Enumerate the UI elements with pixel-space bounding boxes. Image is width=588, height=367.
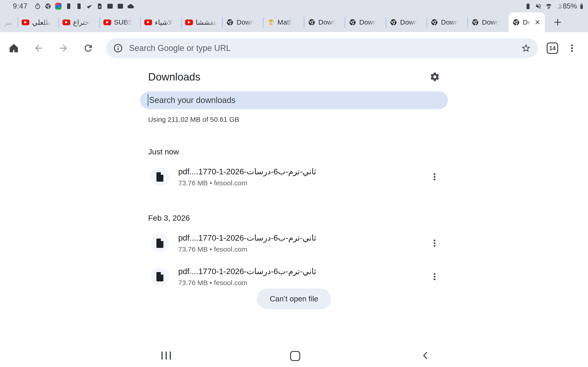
kebab-menu-icon: [430, 239, 439, 248]
browser-tab[interactable]: صر: [0, 12, 18, 32]
browser-tab[interactable]: Down: [345, 12, 386, 32]
chrome-favicon: [390, 19, 397, 26]
file-badge: [151, 234, 169, 252]
tab-label: Math: [277, 18, 293, 26]
new-tab-button[interactable]: [545, 12, 571, 32]
check-icon: [86, 3, 93, 9]
snackbar-toast: Can’t open file: [257, 289, 331, 309]
kebab-menu-icon: [567, 43, 577, 53]
youtube-favicon: [185, 19, 193, 25]
browser-tab[interactable]: اختراع: [59, 12, 100, 32]
omnibox[interactable]: Search Google or type URL: [106, 38, 538, 58]
browser-tab[interactable]: الاشياء: [141, 12, 182, 32]
browser-tab[interactable]: SUBS: [100, 12, 141, 32]
tab-close-button[interactable]: [534, 19, 541, 26]
file-x-icon: [96, 3, 103, 9]
downloads-section: Just now pdf....1770-1-2026-درسات‎-6ب‎-‎…: [140, 147, 448, 190]
browser-menu-button[interactable]: [563, 43, 581, 53]
storage-summary: Using 211.02 MB of 50.61 GB: [140, 109, 448, 123]
download-menu-button[interactable]: [428, 170, 441, 184]
bookmark-star-icon[interactable]: [521, 43, 531, 53]
section-rows: pdf....1770-1-2026-درسات‎-6ب‎-‎ترم‎-‎ثان…: [140, 164, 448, 190]
back-nav-button[interactable]: [421, 350, 431, 361]
reload-button[interactable]: [81, 41, 95, 55]
chrome-favicon: [226, 19, 233, 26]
home-icon: [9, 43, 19, 53]
forward-button[interactable]: [57, 41, 70, 55]
page-info-icon[interactable]: [113, 43, 123, 53]
home-button[interactable]: [7, 41, 21, 55]
status-right-icons: [525, 3, 562, 9]
timer-icon: [35, 3, 41, 9]
download-filename: pdf....1770-1-2026-درسات‎-6ب‎-‎ترم‎-‎ثان…: [178, 267, 316, 276]
tab-label: Down: [318, 18, 336, 26]
downloads-list: Just now pdf....1770-1-2026-درسات‎-6ب‎-‎…: [140, 147, 448, 290]
arrow-forward-icon: [58, 43, 69, 53]
system-nav-bar: [0, 344, 588, 367]
chrome-favicon: [308, 19, 315, 26]
plus-icon: [553, 17, 562, 27]
chrome-favicon: [512, 19, 520, 26]
browser-tab[interactable]: طلعلي: [18, 12, 59, 32]
tab-strip: صر طلعلي اختراع SUBS الاشياء هفششا: [0, 12, 588, 32]
file-badge: [151, 168, 169, 186]
home-nav-button[interactable]: [290, 351, 300, 361]
recents-button[interactable]: [162, 351, 171, 360]
download-filename: pdf....1770-1-2026-درسات‎-6ب‎-‎ترم‎-‎ثان…: [178, 233, 316, 242]
back-chevron-icon: [421, 350, 431, 361]
tab-switcher-button[interactable]: 14: [542, 42, 563, 54]
tab-favicon: [349, 18, 356, 26]
url-placeholder[interactable]: Search Google or type URL: [129, 43, 521, 53]
window-icon: [117, 3, 124, 9]
section-date: Just now: [140, 147, 448, 156]
downloads-header: Downloads: [140, 64, 448, 91]
tab-favicon: [22, 18, 29, 26]
browser-tab[interactable]: Down: [468, 12, 509, 32]
chrome-icon: [45, 3, 51, 9]
close-icon: [534, 19, 541, 26]
tab-label: هفششا: [196, 18, 217, 26]
download-menu-button[interactable]: [428, 270, 441, 284]
browser-tab[interactable]: Down: [222, 12, 263, 32]
tab-favicon: [185, 18, 193, 26]
browser-tab[interactable]: Down: [427, 12, 468, 32]
status-bar: 9:47 85%: [0, 0, 588, 12]
browser-tab[interactable]: Down: [386, 12, 427, 32]
tab-label: SUBS: [114, 18, 133, 26]
tab-label: Down: [237, 18, 254, 26]
clock: 9:47: [13, 2, 27, 10]
window-icon: [107, 3, 113, 9]
youtube-icon: [22, 19, 29, 25]
download-item-row[interactable]: pdf....1770-1-2026-درسات‎-6ب‎-‎ترم‎-‎ثان…: [140, 264, 448, 290]
downloads-section: Feb 3, 2026 pdf....1770-1-2026-درسات‎-6ب…: [140, 214, 448, 290]
tab-count: 14: [547, 42, 558, 54]
browser-tab[interactable]: Do: [509, 12, 545, 32]
downloads-search-input[interactable]: Search your downloads: [140, 91, 448, 109]
gear-icon: [430, 72, 440, 82]
tab-favicon: [144, 18, 152, 26]
tab-list: صر طلعلي اختراع SUBS الاشياء هفششا: [0, 12, 588, 32]
browser-tab[interactable]: Math: [263, 12, 304, 32]
tab-favicon: [471, 18, 479, 26]
youtube-icon: [103, 19, 111, 25]
kebab-menu-icon: [430, 172, 439, 181]
download-menu-button[interactable]: [428, 236, 441, 250]
document-file-icon: [155, 271, 165, 282]
tab-label: Down: [441, 18, 459, 26]
youtube-icon: [144, 19, 152, 25]
chrome-favicon: [349, 19, 356, 26]
section-date: Feb 3, 2026: [140, 214, 448, 223]
tab-label: Down: [482, 18, 500, 26]
download-item-row[interactable]: pdf....1770-1-2026-درسات‎-6ب‎-‎ترم‎-‎ثان…: [140, 230, 448, 256]
document-file-icon: [155, 172, 165, 182]
kebab-menu-icon: [430, 272, 439, 281]
browser-tab[interactable]: هفششا: [182, 12, 222, 32]
downloads-settings-button[interactable]: [430, 72, 440, 82]
tab-favicon: [389, 18, 397, 26]
no-signal-icon: [556, 3, 562, 9]
document-file-icon: [155, 238, 165, 248]
back-button[interactable]: [32, 41, 45, 55]
download-meta: 73.76 MB • fesool.com: [178, 179, 316, 187]
download-item-row[interactable]: pdf....1770-1-2026-درسات‎-6ب‎-‎ترم‎-‎ثان…: [140, 164, 448, 190]
browser-tab[interactable]: Down: [304, 12, 345, 32]
